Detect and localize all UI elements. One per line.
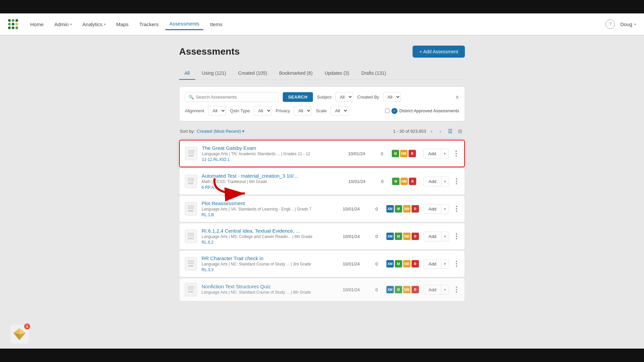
tab-bookmarked[interactable]: Bookmarked (6): [274, 67, 318, 80]
badge-m-nonfiction: M: [395, 286, 402, 293]
assessment-name-gatsby[interactable]: The Great Gatsby Exam: [202, 145, 343, 151]
assessment-name-ri[interactable]: RI.6.1,2,4 Central Idea, Textual Evidenc…: [202, 228, 338, 234]
analytics-chevron-icon: ▾: [104, 22, 106, 26]
search-button[interactable]: SEARCH: [283, 92, 313, 102]
assessment-name-rr[interactable]: RR Character Trait check in: [202, 255, 338, 261]
assessment-name-plot[interactable]: Plot Reassessment: [202, 200, 338, 206]
admin-chevron-icon: ▾: [70, 22, 72, 26]
badge-m-plot: M: [395, 205, 402, 213]
more-button-ri[interactable]: [454, 232, 459, 241]
badge-m-gatsby: M: [392, 150, 399, 157]
assessment-meta-nonfiction: Language Arts | NC: Standard Course of S…: [202, 290, 338, 295]
more-button-automated[interactable]: [454, 177, 459, 186]
add-main-rr[interactable]: Add: [424, 259, 441, 268]
add-assessment-button[interactable]: + Add Assessment: [413, 46, 465, 58]
more-button-nonfiction[interactable]: [454, 285, 459, 294]
tab-drafts[interactable]: Drafts (131): [356, 67, 391, 80]
badges-rr: XM M NM R: [386, 260, 419, 267]
assessment-tag-gatsby[interactable]: 11-12.RL.KID.1: [202, 157, 343, 162]
add-chevron-gatsby[interactable]: ▾: [441, 149, 448, 158]
add-chevron-nonfiction[interactable]: ▾: [441, 286, 449, 294]
privacy-select[interactable]: All: [294, 106, 312, 116]
assessment-info-automated: Automated Test - material_creation_3 10/…: [202, 173, 344, 190]
next-page-button[interactable]: ›: [437, 128, 443, 135]
search-input[interactable]: [196, 95, 275, 100]
scale-select[interactable]: All: [331, 106, 348, 116]
assessment-info-plot: Plot Reassessment Language Arts | VA: St…: [202, 200, 338, 217]
assessment-row-plot: PDF Plot Reassessment Language Arts | VA…: [179, 195, 465, 222]
assessment-date-plot: 10/01/24: [343, 206, 367, 212]
assessment-name-automated[interactable]: Automated Test - material_creation_3 10/…: [202, 173, 344, 179]
list-view-button[interactable]: ☰: [446, 127, 454, 136]
qstn-type-label: Qstn Type: [230, 108, 250, 113]
nav-analytics[interactable]: Analytics ▾: [78, 19, 110, 30]
tab-all[interactable]: All: [179, 67, 195, 80]
page-title: Assessments: [179, 46, 240, 57]
add-chevron-rr[interactable]: ▾: [441, 260, 449, 268]
badge-r-rr: R: [412, 260, 419, 267]
nav-items[interactable]: Items: [206, 19, 226, 30]
assessment-tag-rr[interactable]: RL.3.3: [202, 267, 338, 272]
add-action-ri: Add ▾: [424, 232, 449, 241]
nav-admin[interactable]: Admin ▾: [50, 19, 76, 30]
alignment-label: Alignment: [185, 108, 204, 113]
add-chevron-automated[interactable]: ▾: [441, 177, 449, 186]
created-by-select[interactable]: All: [383, 92, 401, 102]
assessment-name-nonfiction[interactable]: Nonfiction Text Structures Quiz: [202, 284, 338, 289]
assessment-meta-gatsby: Language Arts | TN: Academic Standards .…: [202, 152, 343, 156]
assessment-meta-ri: Language Arts | MS: College and Career R…: [202, 234, 338, 239]
doc-icon-gatsby: PDF: [185, 147, 197, 160]
app-logo[interactable]: [8, 19, 18, 29]
badge-r-nonfiction: R: [412, 286, 419, 293]
add-main-ri[interactable]: Add: [424, 232, 441, 241]
add-main-plot[interactable]: Add: [424, 204, 441, 214]
assessment-row-automated: PDF Automated Test - material_creation_3…: [179, 168, 465, 195]
search-bar: 🔍 SEARCH Subject All Created By All ∧ Al…: [179, 86, 465, 121]
assessment-tag-automated[interactable]: 6.RP.A.1: [202, 185, 344, 190]
nav-maps[interactable]: Maps: [112, 19, 133, 30]
badge-m-ri: M: [395, 233, 402, 240]
district-checkbox[interactable]: [385, 109, 389, 113]
add-main-gatsby[interactable]: Add: [424, 149, 441, 158]
badges-gatsby: M NM R: [392, 150, 419, 157]
add-main-automated[interactable]: Add: [424, 177, 441, 186]
assessment-tag-ri[interactable]: RL.6.2: [202, 240, 338, 245]
badge-xm-plot: XM: [386, 205, 394, 213]
add-main-nonfiction[interactable]: Add: [424, 285, 441, 294]
assessment-tag-plot[interactable]: RL.1.B: [202, 213, 338, 217]
tab-updates[interactable]: Updates (3): [319, 67, 355, 80]
assessment-info-rr: RR Character Trait check in Language Art…: [202, 255, 338, 272]
nav-trackers[interactable]: Trackers: [135, 19, 163, 30]
add-chevron-plot[interactable]: ▾: [441, 205, 449, 213]
sort-value: Created (Most Recent): [197, 129, 241, 134]
navbar: Home Admin ▾ Analytics ▾ Maps Trackers A…: [0, 13, 644, 35]
add-chevron-ri[interactable]: ▾: [441, 232, 449, 241]
tab-created[interactable]: Created (105): [233, 67, 272, 80]
add-action-gatsby: Add ▾: [423, 149, 449, 159]
nav-home[interactable]: Home: [26, 19, 48, 30]
more-button-rr[interactable]: [454, 259, 459, 268]
subject-label: Subject: [317, 95, 331, 100]
more-button-gatsby[interactable]: [453, 149, 459, 158]
assessment-count-gatsby: 0: [377, 151, 387, 156]
badge-r-gatsby: R: [409, 150, 416, 157]
floating-widget[interactable]: 5: [10, 325, 29, 344]
tab-using[interactable]: Using (121): [197, 67, 231, 80]
assessment-date-ri: 10/01/24: [343, 234, 367, 239]
badge-nm-ri: NM: [403, 233, 411, 240]
sort-button[interactable]: Created (Most Recent) ▾: [197, 129, 245, 134]
subject-select[interactable]: All: [335, 92, 353, 102]
user-menu-button[interactable]: Doug ▾: [620, 21, 636, 27]
alignment-select[interactable]: All: [208, 106, 226, 116]
more-button-plot[interactable]: [454, 204, 459, 213]
help-button[interactable]: ?: [605, 19, 615, 29]
qstn-type-select[interactable]: All: [254, 106, 272, 116]
nav-assessments[interactable]: Assessments: [165, 18, 203, 30]
sort-chevron-icon: ▾: [242, 129, 245, 134]
prev-page-button[interactable]: ‹: [429, 128, 434, 135]
badge-nm-plot: NM: [403, 205, 411, 213]
grid-view-button[interactable]: ⊞: [456, 127, 464, 136]
view-icons: ☰ ⊞: [446, 127, 464, 136]
assessment-info-gatsby: The Great Gatsby Exam Language Arts | TN…: [202, 145, 343, 162]
collapse-filters-button[interactable]: ∧: [455, 94, 459, 100]
